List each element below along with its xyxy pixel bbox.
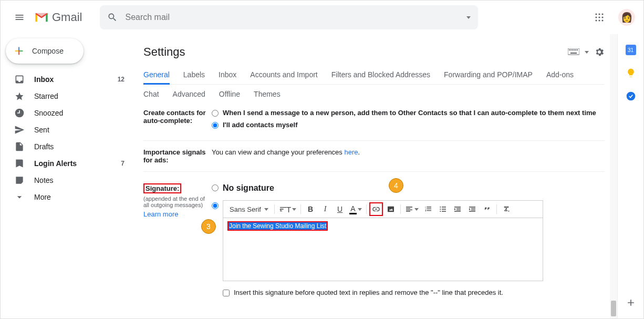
svg-rect-9 (568, 48, 579, 55)
contacts-auto-radio[interactable] (212, 110, 219, 117)
side-panel: 31 (617, 34, 643, 318)
svg-point-5 (601, 16, 603, 18)
text-color-button[interactable]: A (348, 202, 363, 216)
sidebar: Compose Inbox12StarredSnoozedSentDraftsL… (1, 34, 135, 318)
tab-offline[interactable]: Offline (219, 90, 240, 98)
input-tools-icon[interactable] (568, 48, 579, 56)
svg-point-4 (598, 16, 600, 18)
tab-labels[interactable]: Labels (183, 70, 205, 79)
google-apps-button[interactable] (589, 7, 610, 28)
insert-image-button[interactable] (384, 202, 398, 216)
keep-icon[interactable] (626, 68, 636, 78)
input-tools-dropdown[interactable] (585, 51, 589, 54)
indent-more-button[interactable] (465, 202, 479, 216)
search-options-dropdown[interactable] (466, 16, 471, 19)
tab-chat[interactable]: Chat (143, 90, 159, 98)
signature-text-selected[interactable]: Join the Sewing Studio Mailing List (227, 221, 328, 231)
svg-rect-15 (577, 49, 578, 50)
insert-before-checkbox[interactable] (223, 290, 230, 296)
sidebar-item-starred[interactable]: Starred (1, 88, 135, 105)
annotation-badge-3: 3 (201, 219, 216, 234)
svg-point-20 (440, 209, 441, 210)
svg-rect-13 (574, 49, 575, 50)
signature-label: Signature: (143, 183, 181, 193)
tab-accounts-and-import[interactable]: Accounts and Import (250, 70, 317, 79)
tab-add-ons[interactable]: Add-ons (546, 70, 574, 79)
contacts-label: Create contacts for auto-complete: (143, 109, 212, 133)
sidebar-item-notes[interactable]: Notes (1, 172, 135, 189)
add-on-plus-icon[interactable] (626, 297, 636, 308)
quote-button[interactable] (480, 202, 494, 216)
tab-forwarding-and-pop-imap[interactable]: Forwarding and POP/IMAP (444, 70, 533, 79)
brand-text: Gmail (52, 11, 82, 24)
indent-less-button[interactable] (451, 202, 464, 216)
svg-rect-16 (570, 53, 577, 54)
svg-rect-18 (388, 207, 394, 212)
bold-button[interactable]: B (304, 202, 317, 216)
sidebar-item-login-alerts[interactable]: Login Alerts7 (1, 155, 135, 172)
settings-tabs: GeneralLabelsInboxAccounts and ImportFil… (143, 64, 605, 85)
settings-content: Settings GeneralLabelsInboxAccounts and … (135, 34, 617, 318)
main-menu-button[interactable] (9, 7, 30, 28)
signature-toolbar: Sans Serif тT B I U A (223, 200, 543, 218)
svg-rect-10 (569, 49, 570, 50)
align-button[interactable] (403, 202, 420, 216)
sidebar-item-more[interactable]: More (1, 189, 135, 205)
search-input[interactable] (125, 13, 471, 22)
svg-rect-11 (570, 49, 572, 50)
svg-point-6 (595, 19, 597, 21)
compose-label: Compose (32, 47, 64, 55)
sidebar-item-sent[interactable]: Sent (1, 121, 135, 138)
signature-learn-more-link[interactable]: Learn more (143, 210, 178, 218)
tab-themes[interactable]: Themes (254, 90, 281, 98)
importance-here-link[interactable]: here (344, 148, 358, 156)
font-size-button[interactable]: тT (277, 202, 298, 216)
font-family-select[interactable]: Sans Serif (226, 202, 272, 216)
underline-button[interactable]: U (333, 202, 347, 216)
account-avatar[interactable]: 👩 (618, 9, 635, 26)
bulleted-list-button[interactable] (436, 202, 450, 216)
svg-point-19 (440, 207, 441, 208)
search-bar[interactable] (100, 5, 478, 29)
svg-point-2 (601, 13, 603, 15)
svg-point-22 (626, 92, 635, 101)
sidebar-item-snoozed[interactable]: Snoozed (1, 105, 135, 121)
insert-link-button[interactable] (369, 202, 383, 216)
settings-tabs-row2: ChatAdvancedOfflineThemes (143, 85, 605, 104)
tab-filters-and-blocked-addresses[interactable]: Filters and Blocked Addresses (331, 70, 430, 79)
svg-point-21 (440, 211, 441, 212)
svg-text:т: т (279, 208, 282, 212)
contacts-manual-radio[interactable] (212, 122, 219, 129)
sidebar-item-drafts[interactable]: Drafts (1, 138, 135, 155)
no-signature-radio[interactable] (212, 184, 219, 191)
page-title: Settings (143, 45, 185, 59)
numbered-list-button[interactable] (421, 202, 435, 216)
use-signature-radio[interactable] (212, 202, 219, 209)
compose-button[interactable]: Compose (6, 38, 84, 64)
tasks-icon[interactable] (626, 91, 636, 101)
annotation-badge-4: 4 (389, 178, 403, 193)
gmail-logo[interactable]: Gmail (34, 11, 82, 24)
header: Gmail 👩 (1, 1, 643, 34)
svg-point-8 (601, 19, 603, 21)
signature-section: 2 Signature: (appended at the end of all… (143, 174, 605, 301)
svg-point-1 (598, 13, 600, 15)
svg-rect-14 (575, 49, 576, 50)
svg-point-7 (598, 19, 600, 21)
svg-point-3 (595, 16, 597, 18)
svg-rect-12 (572, 49, 573, 50)
svg-point-0 (595, 13, 597, 15)
contacts-section: Create contacts for auto-complete: When … (143, 104, 605, 138)
tab-advanced[interactable]: Advanced (173, 90, 205, 98)
signature-editor[interactable]: 3 Join the Sewing Studio Mailing List (223, 218, 543, 281)
tab-general[interactable]: General (143, 70, 170, 79)
tab-inbox[interactable]: Inbox (219, 70, 236, 79)
settings-gear-icon[interactable] (594, 47, 605, 57)
remove-formatting-button[interactable] (500, 202, 513, 216)
italic-button[interactable]: I (318, 202, 332, 216)
scrollbar[interactable] (610, 34, 617, 318)
calendar-icon[interactable]: 31 (626, 45, 636, 55)
sidebar-item-inbox[interactable]: Inbox12 (1, 71, 135, 88)
importance-label: Importance signals for ads: (143, 148, 212, 164)
importance-section: Importance signals for ads: You can view… (143, 143, 605, 169)
